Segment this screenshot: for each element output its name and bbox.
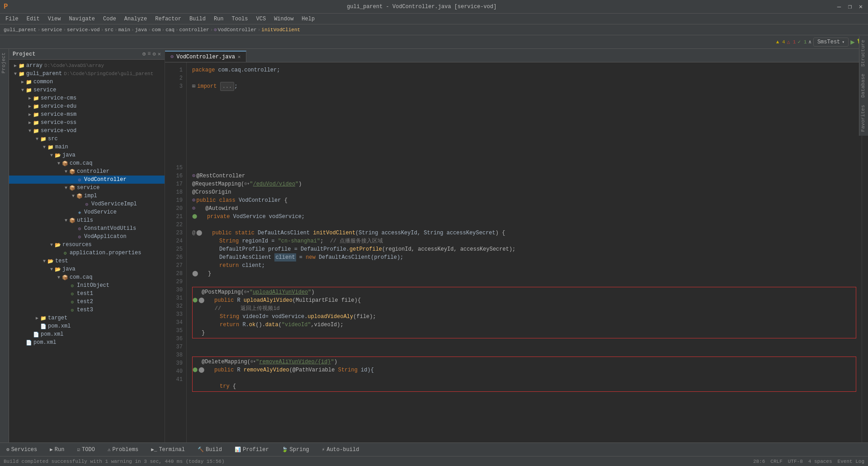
build-label: Build [206,447,222,453]
tree-item-pom-root[interactable]: 📄 pom.xml [9,338,165,347]
tree-item-service-vod[interactable]: ▼ 📁 service-vod [9,127,165,135]
menu-item-analyze[interactable]: Analyze [121,15,151,23]
code-content[interactable]: package com.caq.controller; ⊞ import ...… [187,62,862,442]
tree-item-pom-service[interactable]: 📄 pom.xml [9,322,165,330]
sidebar-sort-icon[interactable]: ⚙ [153,51,156,57]
menu-item-build[interactable]: Build [186,15,209,23]
run-config-dropdown[interactable]: ▾ [842,39,844,45]
menu-item-vcs[interactable]: VCS [253,15,270,23]
run-config-selector[interactable]: SmsTest ▾ [813,38,849,47]
tree-item-test2[interactable]: ⊙ test2 [9,298,165,306]
code-line-blank [192,115,856,123]
tree-item-application-props[interactable]: ⚙ application.properties [9,249,165,257]
tree-item-vod-controller[interactable]: ⊙ VodController [9,176,165,184]
breadcrumb-part[interactable]: VodController [218,27,257,33]
sidebar-collapse-icon[interactable]: ≡ [147,51,151,57]
test-java-icon: ⊙ [69,290,76,297]
tree-item-test3[interactable]: ⊙ test3 [9,306,165,314]
tab-vod-controller[interactable]: ⊙ VodController.java ✕ [165,51,246,62]
tree-item-test-java[interactable]: ▼ 📂 java [9,265,165,273]
menu-item-navigate[interactable]: Navigate [65,15,99,23]
favorites-panel[interactable]: Favorites [859,101,868,135]
menu-item-refactor[interactable]: Refactor [151,15,185,23]
indicator-ok: ✓ 1 [797,39,807,45]
menu-item-view[interactable]: View [44,15,65,23]
terminal-button[interactable]: ▶_ Terminal [148,446,188,454]
tree-item-guli-parent[interactable]: ▼ 📁 guli_parent D:\Code\SpringCode\guli_… [9,70,165,78]
menu-item-tools[interactable]: Tools [228,15,252,23]
tree-item-service-oss[interactable]: ▶ 📁 service-oss [9,119,165,127]
menu-item-edit[interactable]: Edit [23,15,43,23]
tree-item-init-object[interactable]: ⊙ InitObject [9,281,165,290]
profiler-button[interactable]: 📊 Profiler [232,446,272,454]
tree-item-service-edu[interactable]: ▶ 📁 service-edu [9,102,165,110]
tree-item-service-pkg[interactable]: ▼ 📦 service [9,184,165,192]
structure-panel[interactable]: Structure [859,49,868,70]
menu-item-window[interactable]: Window [270,15,297,23]
indent-setting[interactable]: 4 spaces [808,459,832,464]
database-panel[interactable]: Database [859,70,868,101]
breadcrumb-part[interactable]: service [41,27,62,33]
tree-item-pom-vod[interactable]: 📄 pom.xml [9,330,165,338]
tree-item-target[interactable]: ▶ 📁 target [9,314,165,322]
run-button-tab[interactable]: ▶ Run [47,446,67,454]
menu-item-help[interactable]: Help [298,15,318,23]
tree-item-main[interactable]: ▼ 📁 main [9,143,165,151]
breadcrumb-part[interactable]: src [104,27,113,33]
tree-item-src[interactable]: ▼ 📁 src [9,135,165,143]
tree-item-common[interactable]: ▶ 📁 common [9,78,165,86]
indicator-expand[interactable]: ∧ [808,39,811,45]
file-encoding[interactable]: UTF-8 [788,459,803,464]
breadcrumb-part[interactable]: java [135,27,147,33]
title-text: guli_parent - VodController.java [servic… [347,4,496,10]
tree-item-vod-service[interactable]: ◈ VodService [9,208,165,216]
breadcrumb-part[interactable]: controller [179,27,209,33]
tree-item-test-com-caq[interactable]: ▼ 📦 com.caq [9,273,165,281]
menu-item-code[interactable]: Code [99,15,120,23]
build-button[interactable]: 🔨 Build [195,446,225,454]
tree-item-com-caq[interactable]: ▼ 📦 com.caq [9,159,165,167]
breadcrumb-part[interactable]: com [152,27,161,33]
import-collapsed[interactable]: ... [220,82,235,91]
tree-item-test1[interactable]: ⊙ test1 [9,290,165,298]
maximize-button[interactable]: ❐ [846,3,854,10]
menu-item-file[interactable]: File [2,15,22,23]
code-line-29 [192,278,856,286]
services-button[interactable]: ⚙ Services [4,446,40,454]
project-tool-window[interactable]: Project [0,49,9,77]
breadcrumb-part[interactable]: initVodClient [261,27,300,33]
breadcrumb-part[interactable]: guli_parent [4,27,37,33]
tree-item-impl[interactable]: ▼ 📦 impl [9,192,165,200]
tree-item-constant-vod-utils[interactable]: ⊙ ConstantVodUtils [9,224,165,233]
tree-item-controller[interactable]: ▼ 📦 controller [9,167,165,176]
breadcrumb-part[interactable]: caq [165,27,175,33]
breadcrumb-part[interactable]: main [118,27,130,33]
window-controls[interactable]: — ❐ ✕ [835,3,864,10]
tree-item-java[interactable]: ▼ 📂 java [9,151,165,159]
breadcrumb-part[interactable]: ⊙ [214,27,217,33]
breadcrumb-part[interactable]: service-vod [67,27,100,33]
tree-item-service-cms[interactable]: ▶ 📁 service-cms [9,94,165,102]
tree-item-array[interactable]: ▶ 📁 array D:\Code\JavaDS\array [9,62,165,70]
minimize-button[interactable]: — [835,3,843,10]
tree-item-service[interactable]: ▼ 📁 service [9,86,165,94]
event-log-button[interactable]: Event Log [838,459,864,464]
problems-button[interactable]: ⚠ Problems [105,446,141,454]
cursor-position[interactable]: 28:6 [753,459,765,464]
run-button[interactable]: ▶ [850,38,855,47]
close-button[interactable]: ✕ [857,3,864,10]
tree-item-test[interactable]: ▼ 📂 test [9,257,165,265]
tree-item-service-msm[interactable]: ▶ 📁 service-msm [9,110,165,119]
sidebar-close-icon[interactable]: ✕ [158,51,161,57]
menu-item-run[interactable]: Run [210,15,227,23]
todo-button[interactable]: ☑ TODO [74,446,97,454]
tree-item-vod-applicaton[interactable]: ⊙ VodApplicaton [9,233,165,241]
sidebar-locate-icon[interactable]: ⊙ [142,51,146,57]
tree-item-resources[interactable]: ▼ 📂 resources [9,241,165,249]
line-ending[interactable]: CRLF [770,459,782,464]
tree-item-vod-service-impl[interactable]: ⊙ VodServiceImpl [9,200,165,208]
auto-build-button[interactable]: ⚡ Auto-build [319,446,362,454]
tree-item-utils[interactable]: ▼ 📦 utils [9,216,165,224]
spring-button[interactable]: 🍃 Spring [279,446,312,454]
tab-close-button[interactable]: ✕ [238,54,241,60]
